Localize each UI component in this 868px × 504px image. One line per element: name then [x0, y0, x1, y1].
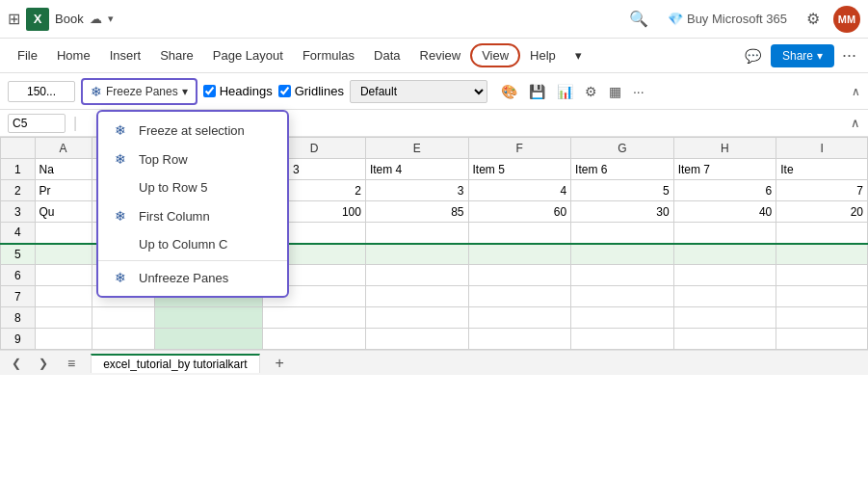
- menu-data[interactable]: Data: [364, 42, 409, 68]
- top-row-item[interactable]: ❄ Top Row: [98, 145, 287, 173]
- search-button[interactable]: 🔍: [623, 6, 654, 32]
- cell-h2[interactable]: 6: [673, 180, 776, 201]
- cell-f7[interactable]: [468, 286, 571, 307]
- menu-share[interactable]: Share: [150, 42, 203, 68]
- view-select[interactable]: Default Normal Page Layout Page Break Pr…: [350, 80, 487, 103]
- cell-f3[interactable]: 60: [468, 201, 571, 223]
- cell-e9[interactable]: [365, 329, 468, 350]
- cell-h7[interactable]: [673, 286, 776, 307]
- formula-expand-button[interactable]: ∧: [851, 116, 860, 130]
- cell-i5[interactable]: [776, 244, 868, 265]
- cell-f2[interactable]: 4: [468, 180, 571, 201]
- cell-a5[interactable]: [35, 244, 92, 265]
- menu-insert[interactable]: Insert: [100, 42, 151, 68]
- cell-b8[interactable]: [92, 307, 154, 329]
- cell-i3[interactable]: 20: [776, 201, 868, 223]
- cell-g1[interactable]: Item 6: [571, 159, 674, 180]
- cell-g8[interactable]: [571, 307, 674, 329]
- cell-h5[interactable]: [673, 244, 776, 265]
- cell-a2[interactable]: Pr: [35, 180, 92, 201]
- cell-g4[interactable]: [571, 223, 674, 244]
- cell-g7[interactable]: [571, 286, 674, 307]
- icon-btn-1[interactable]: 🎨: [497, 82, 521, 101]
- cell-h9[interactable]: [673, 329, 776, 350]
- cell-c9[interactable]: [154, 329, 263, 350]
- cell-d8[interactable]: [263, 307, 366, 329]
- menu-help[interactable]: Help: [520, 42, 566, 68]
- name-box[interactable]: [8, 81, 75, 102]
- unfreeze-panes-item[interactable]: ❄ Unfreeze Panes: [98, 263, 287, 292]
- add-sheet-button[interactable]: +: [270, 351, 290, 376]
- freeze-panes-button[interactable]: ❄ Freeze Panes ▾: [81, 78, 197, 105]
- cell-e8[interactable]: [365, 307, 468, 329]
- up-to-column-item[interactable]: Up to Column C: [98, 230, 287, 258]
- lines-icon-button[interactable]: ≡: [62, 352, 81, 375]
- cell-i6[interactable]: [776, 265, 868, 286]
- more-options-button[interactable]: ···: [838, 41, 860, 69]
- copilot-button[interactable]: 💎 Buy Microsoft 365: [662, 8, 793, 30]
- cell-f6[interactable]: [468, 265, 571, 286]
- col-header-f[interactable]: F: [468, 138, 571, 159]
- icon-btn-2[interactable]: 💾: [525, 82, 549, 101]
- cell-i9[interactable]: [776, 329, 868, 350]
- cell-f9[interactable]: [468, 329, 571, 350]
- gridlines-checkbox[interactable]: [278, 85, 291, 97]
- col-header-e[interactable]: E: [365, 138, 468, 159]
- cell-g5[interactable]: [571, 244, 674, 265]
- toolbar-expand-button[interactable]: ∧: [852, 85, 860, 98]
- icon-btn-5[interactable]: ▦: [605, 82, 625, 101]
- menu-view[interactable]: View: [470, 43, 520, 67]
- menu-formulas[interactable]: Formulas: [293, 42, 364, 68]
- cell-a1[interactable]: Na: [35, 159, 92, 180]
- icon-btn-6[interactable]: ···: [629, 82, 648, 101]
- cell-e4[interactable]: [365, 223, 468, 244]
- cell-h6[interactable]: [673, 265, 776, 286]
- col-header-a[interactable]: A: [35, 138, 92, 159]
- col-header-g[interactable]: G: [571, 138, 674, 159]
- share-button[interactable]: Share ▾: [771, 44, 834, 67]
- cell-i1[interactable]: Ite: [776, 159, 868, 180]
- cell-f1[interactable]: Item 5: [468, 159, 571, 180]
- cell-a9[interactable]: [35, 329, 92, 350]
- cell-e7[interactable]: [365, 286, 468, 307]
- menu-page-layout[interactable]: Page Layout: [203, 42, 293, 68]
- cell-h4[interactable]: [673, 223, 776, 244]
- cell-i8[interactable]: [776, 307, 868, 329]
- icon-btn-3[interactable]: 📊: [553, 82, 577, 101]
- col-header-i[interactable]: I: [776, 138, 868, 159]
- avatar[interactable]: MM: [833, 6, 860, 33]
- cell-c8[interactable]: [154, 307, 263, 329]
- cell-g9[interactable]: [571, 329, 674, 350]
- cell-g2[interactable]: 5: [571, 180, 674, 201]
- cell-e3[interactable]: 85: [365, 201, 468, 223]
- cell-g6[interactable]: [571, 265, 674, 286]
- cell-f4[interactable]: [468, 223, 571, 244]
- cell-f8[interactable]: [468, 307, 571, 329]
- menu-review[interactable]: Review: [410, 42, 471, 68]
- dropdown-icon[interactable]: ▾: [108, 13, 114, 25]
- settings-button[interactable]: ⚙: [801, 6, 826, 32]
- cell-a8[interactable]: [35, 307, 92, 329]
- nav-right-button[interactable]: ❯: [35, 357, 52, 370]
- cell-reference[interactable]: [8, 114, 66, 133]
- first-column-item[interactable]: ❄ First Column: [98, 201, 287, 230]
- comments-button[interactable]: 💬: [739, 44, 767, 67]
- cell-e5[interactable]: [365, 244, 468, 265]
- cell-b9[interactable]: [92, 329, 154, 350]
- cell-d9[interactable]: [263, 329, 366, 350]
- cell-a6[interactable]: [35, 265, 92, 286]
- cell-e2[interactable]: 3: [365, 180, 468, 201]
- cell-a3[interactable]: Qu: [35, 201, 92, 223]
- icon-btn-4[interactable]: ⚙: [581, 82, 601, 101]
- menu-chevron[interactable]: ▾: [566, 42, 592, 68]
- cell-e6[interactable]: [365, 265, 468, 286]
- cell-i2[interactable]: 7: [776, 180, 868, 201]
- cell-f5[interactable]: [468, 244, 571, 265]
- col-header-h[interactable]: H: [673, 138, 776, 159]
- cell-i4[interactable]: [776, 223, 868, 244]
- cell-h1[interactable]: Item 7: [673, 159, 776, 180]
- menu-file[interactable]: File: [8, 42, 47, 68]
- sheet-tab[interactable]: excel_tutorial_by tutorialkart: [91, 354, 259, 373]
- cell-i7[interactable]: [776, 286, 868, 307]
- cell-g3[interactable]: 30: [571, 201, 674, 223]
